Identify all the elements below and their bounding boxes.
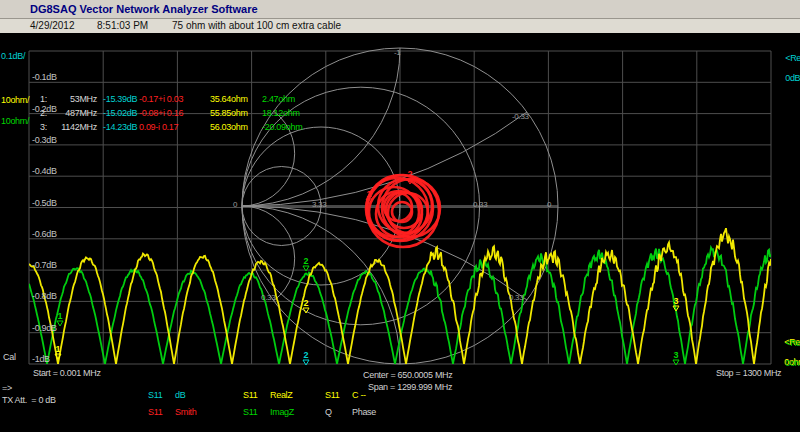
- grid-db-label: -0.3dB: [32, 135, 57, 145]
- tx-attenuation-label: TX Att. = 0 dB: [2, 395, 56, 405]
- scale-label-db: 0.1dB/: [1, 51, 25, 61]
- trace-marker-3: 3: [673, 350, 678, 360]
- marker-freq: 1142MHz: [50, 122, 97, 132]
- marker-cplx: 0.09-i 0.17: [139, 122, 178, 132]
- trace-marker-3: 3: [673, 296, 678, 306]
- trace-marker-1: 1: [55, 344, 60, 354]
- marker-db: -15.02dB: [103, 108, 137, 118]
- marker-realz: 55.85ohm: [210, 108, 248, 118]
- marker-row: 1:53MHz-15.39dB-0.17+i 0.0335.64ohm2.47o…: [0, 94, 800, 105]
- legend-trace-label: RealZ: [270, 390, 293, 400]
- grid-db-label: -0.6dB: [32, 229, 57, 239]
- center-frequency-label: Center = 650.0005 MHz: [363, 370, 453, 380]
- trace-marker-1: 1: [57, 311, 62, 321]
- legend-item-s11-imagz[interactable]: S11ImagZ: [243, 407, 294, 417]
- marker-cplx: -0.17+i 0.03: [139, 94, 183, 104]
- grid-db-label: -1dB: [32, 354, 50, 364]
- smith-axis-label: 0: [233, 200, 237, 210]
- marker-db: -15.39dB: [103, 94, 137, 104]
- trace-marker-2: 2: [303, 298, 308, 308]
- span-frequency-label: Span = 1299.999 MHz: [368, 382, 452, 392]
- smith-axis-label: 0: [547, 200, 551, 210]
- start-frequency-label: Start = 0.001 MHz: [33, 368, 101, 378]
- scale-label-realz: 10ohm/: [1, 95, 29, 105]
- trace-s11-smith: [366, 175, 440, 247]
- legend-trace-label: Smith: [175, 407, 197, 417]
- cal-indicator[interactable]: Cal: [3, 352, 16, 362]
- marker-num: 3:: [40, 122, 47, 132]
- marker-db: -14.23dB: [103, 122, 137, 132]
- prompt-arrow: =>: [2, 383, 12, 393]
- marker-row: 3:1142MHz-14.23dB0.09-i 0.1756.03ohm-20.…: [0, 122, 800, 133]
- grid-db-label: -0.5dB: [32, 198, 57, 208]
- trace-marker-1: 1: [366, 189, 371, 199]
- grid-db-label: -0.9dB: [32, 323, 57, 333]
- smith-axis-label: 0.33: [509, 293, 523, 303]
- legend-trace-prefix: S11: [148, 390, 175, 400]
- legend-trace-label: dB: [175, 390, 185, 400]
- marker-num: 2:: [40, 108, 47, 118]
- stop-frequency-label: Stop = 1300 MHz: [716, 368, 781, 378]
- plot-area: 112223312 -0.1dB-0.2dB-0.3dB-0.4dB-0.5dB…: [0, 0, 800, 432]
- trace-marker-2: 2: [407, 169, 412, 179]
- legend-item-s11-c-[interactable]: S11C --: [325, 390, 366, 400]
- smith-axis-label: -1: [394, 48, 401, 58]
- window-titlebar[interactable]: DG8SAQ Vector Network Analyzer Software: [0, 0, 800, 19]
- legend-trace-label: Phase: [352, 407, 376, 417]
- info-date: 4/29/2012: [30, 20, 75, 31]
- marker-imagz: -20.09ohm: [262, 122, 302, 132]
- legend-item-s11-realz[interactable]: S11RealZ: [243, 390, 293, 400]
- chart-svg: 112223312: [0, 0, 800, 432]
- grid-db-label: -0.4dB: [32, 166, 57, 176]
- marker-cplx: -0.08+i 0.16: [139, 108, 183, 118]
- marker-realz: 56.03ohm: [210, 122, 248, 132]
- grid-db-label: -0.8dB: [32, 291, 57, 301]
- grid-db-label: -0.1dB: [32, 72, 57, 82]
- vnwa-window: 112223312 -0.1dB-0.2dB-0.3dB-0.4dB-0.5dB…: [0, 0, 800, 432]
- legend-trace-label: C --: [352, 390, 366, 400]
- legend-trace-prefix: Q: [325, 407, 352, 417]
- marker-realz: 35.64ohm: [210, 94, 248, 104]
- info-bar: 4/29/2012 8:51:03 PM 75 ohm with about 1…: [0, 19, 800, 33]
- trace-marker-2: 2: [303, 350, 308, 360]
- trace-marker-2: 2: [303, 256, 308, 266]
- info-time: 8:51:03 PM: [97, 20, 148, 31]
- legend-trace-label: ImagZ: [270, 407, 294, 417]
- marker-num: 1:: [40, 94, 47, 104]
- legend-trace-prefix: S11: [243, 407, 270, 417]
- marker-freq: 53MHz: [50, 94, 97, 104]
- info-description: 75 ohm with about 100 cm extra cable: [172, 20, 341, 31]
- grid-db-label: -0.7dB: [32, 260, 57, 270]
- legend-item-s11-smith[interactable]: S11Smith: [148, 407, 197, 417]
- marker-row: 2:487MHz-15.02dB-0.08+i 0.1655.85ohm18.1…: [0, 108, 800, 119]
- marker-freq: 487MHz: [50, 108, 97, 118]
- ref1-label: <Ref1 0dB: [772, 43, 800, 93]
- scale-label-imagz: 10ohm/: [1, 116, 29, 126]
- smith-axis-label: 0.33: [473, 200, 487, 210]
- marker-imagz: 18.12ohm: [262, 108, 300, 118]
- legend-trace-prefix: S11: [148, 407, 175, 417]
- window-title: DG8SAQ Vector Network Analyzer Software: [30, 3, 258, 15]
- marker-imagz: 2.47ohm: [262, 94, 295, 104]
- legend-trace-prefix: S11: [325, 390, 352, 400]
- smith-axis-label: 3.33: [312, 200, 326, 210]
- legend-item-q-phase[interactable]: QPhase: [325, 407, 376, 417]
- legend-trace-prefix: S11: [243, 390, 270, 400]
- smith-axis-label: 0.33: [261, 293, 275, 303]
- legend-item-s11-db[interactable]: S11dB: [148, 390, 185, 400]
